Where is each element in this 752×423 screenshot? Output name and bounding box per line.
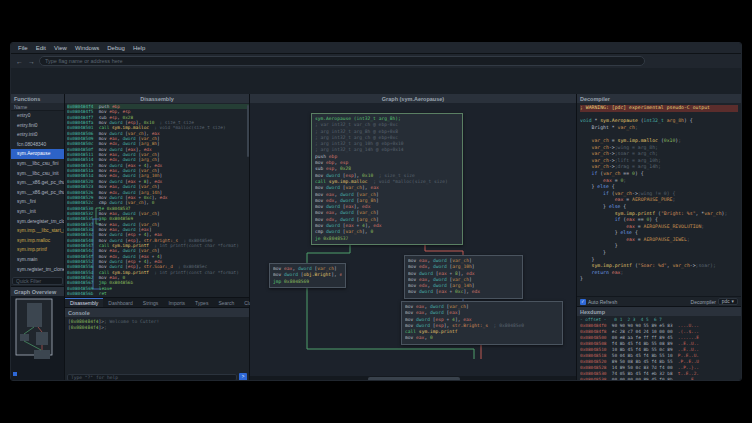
decompiler-line[interactable]: } — [580, 243, 738, 250]
cutter-window: FileEditViewWindowsDebugHelp ← → Functio… — [10, 42, 742, 381]
auto-refresh-checkbox[interactable]: ✓ — [580, 299, 586, 305]
graph-canvas[interactable]: sym.Aeropause (int32_t arg_8h);; var int… — [250, 103, 576, 376]
function-item[interactable]: entry.fini0 — [11, 121, 64, 131]
decompiler-line[interactable]: } else { — [580, 204, 738, 211]
graph-panel-header[interactable]: Graph (sym.Aeropause) — [250, 94, 576, 103]
decompiler-line[interactable]: eax = AEROPAUSE_REVOLUTION; — [580, 224, 738, 231]
decompiler-line[interactable]: } — [580, 276, 738, 283]
decompiler-line[interactable]: var_ch = sym.imp.malloc (0x10); — [580, 138, 738, 145]
disassembly-panel-header[interactable]: Disassembly — [65, 94, 249, 103]
console-input[interactable] — [67, 374, 237, 381]
function-item[interactable]: sym.__libc_csu_fini — [11, 159, 64, 169]
decompiler-line[interactable]: if (var_ch == 0) { — [580, 171, 738, 178]
graph-scrollbar-thumb[interactable] — [368, 377, 460, 381]
omnibar[interactable] — [39, 56, 645, 66]
function-item[interactable]: sym.main — [11, 255, 64, 265]
decompiler-line[interactable]: eax = AEROPAUSE_JEWEL; — [580, 237, 738, 244]
function-item[interactable]: fcn.08048340 — [11, 140, 64, 150]
decompiler-select[interactable]: pdc ▾ — [718, 298, 738, 305]
quick-filter-input[interactable] — [12, 277, 63, 285]
back-button[interactable]: ← — [15, 58, 24, 65]
decompiler-line[interactable]: var_ch->;drag = arg_14h; — [580, 164, 738, 171]
tab-search[interactable]: Search — [213, 298, 239, 307]
graph-node-line[interactable]: mov dword [eax + 0xc], edx — [408, 289, 519, 295]
dock-area: Functions Name entry0entry.fini0entry.in… — [11, 94, 741, 381]
graph-node-line[interactable]: je 0x8048537 — [315, 236, 459, 242]
menu-bar: FileEditViewWindowsDebugHelp — [11, 43, 741, 54]
function-item[interactable]: sym.__x86.get_pc_thunk.bp — [11, 178, 64, 188]
menu-edit[interactable]: Edit — [32, 45, 50, 51]
function-item[interactable]: sym.imp.__libc_start_main — [11, 226, 64, 236]
omnibar-input[interactable] — [45, 58, 639, 64]
graph-node-true-branch[interactable]: mov eax, dword [var_ch]mov dword [obj.Br… — [269, 263, 346, 288]
graph-node-line[interactable]: jmp 0x8048569 — [273, 279, 342, 285]
menu-view[interactable]: View — [50, 45, 71, 51]
forward-button[interactable]: → — [27, 58, 36, 65]
function-item[interactable]: sym.Aeropause — [11, 149, 64, 159]
decompiler-line[interactable]: sym.imp.printf ("Soar: %d", var_ch->;soa… — [580, 263, 738, 270]
graph-overview-header[interactable]: Graph Overview — [11, 287, 64, 296]
graph-horizontal-scrollbar[interactable] — [250, 376, 576, 381]
function-item[interactable]: sym._init — [11, 207, 64, 217]
tab-dashboard[interactable]: Dashboard — [103, 298, 137, 307]
function-item[interactable]: entry0 — [11, 111, 64, 121]
menu-file[interactable]: File — [14, 45, 32, 51]
decompiler-panel-header[interactable]: Decompiler — [577, 94, 741, 103]
graph-overview-minimap[interactable] — [11, 296, 64, 381]
decompiler-line[interactable]: } else { — [580, 184, 738, 191]
decompiler-line[interactable]: sym.imp.printf ("Bright: %s", *var_ch); — [580, 211, 738, 218]
function-item[interactable]: sym._fini — [11, 197, 64, 207]
function-item[interactable]: sym.imp.printf — [11, 245, 64, 255]
function-item[interactable]: sym.register_tm_clones — [11, 265, 64, 275]
graph-node-entry[interactable]: sym.Aeropause (int32_t arg_8h);; var int… — [311, 113, 463, 245]
functions-name-column-header[interactable]: Name — [11, 103, 64, 111]
console-panel-header[interactable]: Console — [65, 308, 249, 317]
decompiler-line[interactable] — [580, 112, 738, 119]
function-item[interactable]: sym.__libc_csu_init — [11, 169, 64, 179]
tab-disassembly[interactable]: Disassembly — [65, 298, 103, 307]
menu-windows[interactable]: Windows — [71, 45, 103, 51]
function-item[interactable]: sym.imp.malloc — [11, 236, 64, 246]
decompiler-line[interactable]: Bright * var_ch; — [580, 125, 738, 132]
menu-help[interactable]: Help — [129, 45, 149, 51]
hexdump-panel-header[interactable]: Hexdump — [577, 307, 741, 316]
decompiler-line[interactable]: eax = 0; — [580, 178, 738, 185]
decompiler-line[interactable]: var_ch->;lift = arg_10h; — [580, 158, 738, 165]
decompiler-line[interactable]: return eax; — [580, 270, 738, 277]
function-item[interactable]: sym.__x86.get_pc_thunk.bx — [11, 188, 64, 198]
graph-node-line[interactable]: mov eax, 0 — [405, 335, 559, 341]
decompiler-line[interactable] — [580, 131, 738, 138]
disassembly-scrollbar[interactable] — [247, 105, 249, 157]
console-line[interactable]: [0x080484f4]>; — [68, 325, 246, 331]
chevron-down-icon: ▾ — [732, 299, 734, 304]
graph-node-exit[interactable]: mov eax, dword [var_ch]mov eax, dword [e… — [401, 301, 563, 345]
decompiler-line[interactable]: } — [580, 257, 738, 264]
bottom-tab-bar: DisassemblyDashboardStringsImportsTypesS… — [65, 298, 249, 307]
decompiler-line[interactable]: var_ch->;soar = arg_ch; — [580, 151, 738, 158]
tab-types[interactable]: Types — [190, 298, 213, 307]
decompiler-line[interactable]: ; WARNING: [pdc] experimental pseudo-C o… — [580, 105, 738, 112]
hexdump-view[interactable]: - offset - 0 1 2 3 4 5 6 70x080484f0 90 … — [577, 316, 741, 381]
decompiler-line[interactable]: if (eax == 0) { — [580, 217, 738, 224]
tab-strings[interactable]: Strings — [138, 298, 164, 307]
screen: FileEditViewWindowsDebugHelp ← → Functio… — [0, 0, 752, 423]
function-item[interactable]: sym.deregister_tm_clones — [11, 217, 64, 227]
decompiler-line[interactable]: if (var_ch->;wing != 0) { — [580, 191, 738, 198]
console-run-button[interactable]: > — [239, 373, 247, 381]
hexdump-row[interactable]: 0x08048538 00 00 00 00 89 45 f0 8b .....… — [580, 377, 738, 381]
menu-debug[interactable]: Debug — [103, 45, 129, 51]
functions-panel-header[interactable]: Functions — [11, 94, 64, 103]
decompiler-line[interactable]: eax = AEROPAUSE_PURE; — [580, 197, 738, 204]
decompiler-line[interactable] — [580, 283, 738, 290]
decompiler-line[interactable]: } else { — [580, 230, 738, 237]
function-item[interactable]: entry.init0 — [11, 130, 64, 140]
decompiler-line[interactable]: } — [580, 250, 738, 257]
decompiler-line[interactable]: void * sym.Aeropause (int32_t arg_8h) { — [580, 118, 738, 125]
disassembly-view[interactable]: 0x080484f4 push ebp0x080484f5 mov ebp, e… — [65, 103, 249, 297]
graph-node-false-branch[interactable]: mov eax, dword [var_ch]mov edx, dword [a… — [404, 255, 523, 299]
tab-imports[interactable]: Imports — [163, 298, 190, 307]
decompiler-view[interactable]: ; WARNING: [pdc] experimental pseudo-C o… — [577, 103, 741, 296]
decompiler-line[interactable]: var_ch->;wing = arg_8h; — [580, 145, 738, 152]
minimap-canvas — [11, 296, 64, 381]
disassembly-line[interactable]: 0x0804856b ret — [67, 291, 249, 296]
